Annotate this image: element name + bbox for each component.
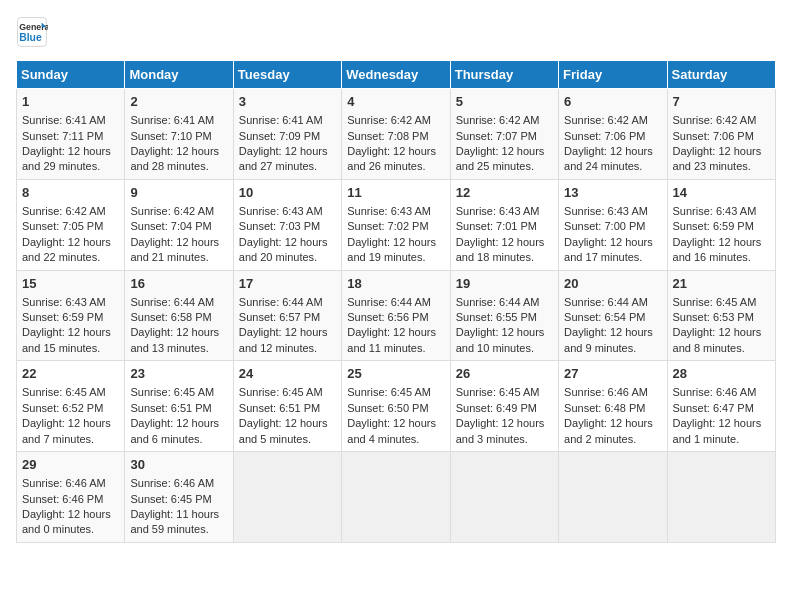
cell-sunrise: Sunrise: 6:42 AM [22, 205, 106, 217]
calendar-cell: 23Sunrise: 6:45 AMSunset: 6:51 PMDayligh… [125, 361, 233, 452]
cell-sunrise: Sunrise: 6:43 AM [456, 205, 540, 217]
calendar-day-header: Monday [125, 61, 233, 89]
calendar-cell: 28Sunrise: 6:46 AMSunset: 6:47 PMDayligh… [667, 361, 775, 452]
cell-daylight: Daylight: 12 hours and 25 minutes. [456, 145, 545, 172]
cell-daylight: Daylight: 12 hours and 16 minutes. [673, 236, 762, 263]
calendar-cell: 22Sunrise: 6:45 AMSunset: 6:52 PMDayligh… [17, 361, 125, 452]
cell-sunrise: Sunrise: 6:45 AM [673, 296, 757, 308]
logo-icon: General Blue [16, 16, 48, 48]
calendar-cell: 7Sunrise: 6:42 AMSunset: 7:06 PMDaylight… [667, 89, 775, 180]
cell-sunrise: Sunrise: 6:43 AM [22, 296, 106, 308]
day-number: 7 [673, 93, 770, 111]
cell-sunrise: Sunrise: 6:43 AM [673, 205, 757, 217]
day-number: 9 [130, 184, 227, 202]
cell-daylight: Daylight: 12 hours and 27 minutes. [239, 145, 328, 172]
day-number: 20 [564, 275, 661, 293]
cell-sunset: Sunset: 7:05 PM [22, 220, 103, 232]
calendar-cell [450, 452, 558, 543]
cell-sunset: Sunset: 7:02 PM [347, 220, 428, 232]
calendar-cell: 9Sunrise: 6:42 AMSunset: 7:04 PMDaylight… [125, 179, 233, 270]
cell-daylight: Daylight: 12 hours and 13 minutes. [130, 326, 219, 353]
cell-sunrise: Sunrise: 6:41 AM [22, 114, 106, 126]
calendar-week-row: 15Sunrise: 6:43 AMSunset: 6:59 PMDayligh… [17, 270, 776, 361]
day-number: 11 [347, 184, 444, 202]
cell-sunrise: Sunrise: 6:41 AM [239, 114, 323, 126]
cell-sunset: Sunset: 6:52 PM [22, 402, 103, 414]
cell-daylight: Daylight: 12 hours and 1 minute. [673, 417, 762, 444]
day-number: 12 [456, 184, 553, 202]
calendar-cell [559, 452, 667, 543]
day-number: 28 [673, 365, 770, 383]
day-number: 2 [130, 93, 227, 111]
cell-daylight: Daylight: 12 hours and 9 minutes. [564, 326, 653, 353]
cell-sunset: Sunset: 6:59 PM [22, 311, 103, 323]
cell-daylight: Daylight: 12 hours and 0 minutes. [22, 508, 111, 535]
cell-daylight: Daylight: 12 hours and 10 minutes. [456, 326, 545, 353]
cell-daylight: Daylight: 12 hours and 17 minutes. [564, 236, 653, 263]
day-number: 14 [673, 184, 770, 202]
day-number: 4 [347, 93, 444, 111]
calendar-day-header: Friday [559, 61, 667, 89]
cell-sunrise: Sunrise: 6:44 AM [347, 296, 431, 308]
calendar-cell: 5Sunrise: 6:42 AMSunset: 7:07 PMDaylight… [450, 89, 558, 180]
calendar-week-row: 1Sunrise: 6:41 AMSunset: 7:11 PMDaylight… [17, 89, 776, 180]
day-number: 8 [22, 184, 119, 202]
calendar-cell: 17Sunrise: 6:44 AMSunset: 6:57 PMDayligh… [233, 270, 341, 361]
cell-sunset: Sunset: 7:03 PM [239, 220, 320, 232]
cell-daylight: Daylight: 11 hours and 59 minutes. [130, 508, 219, 535]
calendar-table: SundayMondayTuesdayWednesdayThursdayFrid… [16, 60, 776, 543]
calendar-cell: 3Sunrise: 6:41 AMSunset: 7:09 PMDaylight… [233, 89, 341, 180]
cell-daylight: Daylight: 12 hours and 4 minutes. [347, 417, 436, 444]
day-number: 29 [22, 456, 119, 474]
cell-sunset: Sunset: 7:07 PM [456, 130, 537, 142]
cell-daylight: Daylight: 12 hours and 22 minutes. [22, 236, 111, 263]
day-number: 21 [673, 275, 770, 293]
calendar-day-header: Sunday [17, 61, 125, 89]
cell-daylight: Daylight: 12 hours and 18 minutes. [456, 236, 545, 263]
cell-sunrise: Sunrise: 6:45 AM [22, 386, 106, 398]
cell-sunset: Sunset: 6:50 PM [347, 402, 428, 414]
day-number: 26 [456, 365, 553, 383]
cell-sunset: Sunset: 7:06 PM [673, 130, 754, 142]
cell-daylight: Daylight: 12 hours and 26 minutes. [347, 145, 436, 172]
cell-sunset: Sunset: 7:09 PM [239, 130, 320, 142]
day-number: 5 [456, 93, 553, 111]
calendar-cell: 4Sunrise: 6:42 AMSunset: 7:08 PMDaylight… [342, 89, 450, 180]
calendar-body: 1Sunrise: 6:41 AMSunset: 7:11 PMDaylight… [17, 89, 776, 543]
calendar-week-row: 8Sunrise: 6:42 AMSunset: 7:05 PMDaylight… [17, 179, 776, 270]
cell-daylight: Daylight: 12 hours and 21 minutes. [130, 236, 219, 263]
cell-sunset: Sunset: 6:57 PM [239, 311, 320, 323]
cell-sunset: Sunset: 7:01 PM [456, 220, 537, 232]
day-number: 10 [239, 184, 336, 202]
day-number: 13 [564, 184, 661, 202]
day-number: 17 [239, 275, 336, 293]
calendar-cell [667, 452, 775, 543]
cell-sunset: Sunset: 6:48 PM [564, 402, 645, 414]
cell-sunrise: Sunrise: 6:42 AM [347, 114, 431, 126]
calendar-cell: 14Sunrise: 6:43 AMSunset: 6:59 PMDayligh… [667, 179, 775, 270]
calendar-cell: 26Sunrise: 6:45 AMSunset: 6:49 PMDayligh… [450, 361, 558, 452]
cell-daylight: Daylight: 12 hours and 28 minutes. [130, 145, 219, 172]
cell-daylight: Daylight: 12 hours and 8 minutes. [673, 326, 762, 353]
cell-daylight: Daylight: 12 hours and 3 minutes. [456, 417, 545, 444]
day-number: 1 [22, 93, 119, 111]
calendar-cell: 18Sunrise: 6:44 AMSunset: 6:56 PMDayligh… [342, 270, 450, 361]
calendar-cell: 20Sunrise: 6:44 AMSunset: 6:54 PMDayligh… [559, 270, 667, 361]
cell-sunrise: Sunrise: 6:45 AM [347, 386, 431, 398]
cell-sunset: Sunset: 6:51 PM [130, 402, 211, 414]
cell-daylight: Daylight: 12 hours and 11 minutes. [347, 326, 436, 353]
day-number: 3 [239, 93, 336, 111]
calendar-cell: 15Sunrise: 6:43 AMSunset: 6:59 PMDayligh… [17, 270, 125, 361]
calendar-cell: 13Sunrise: 6:43 AMSunset: 7:00 PMDayligh… [559, 179, 667, 270]
cell-sunrise: Sunrise: 6:45 AM [239, 386, 323, 398]
cell-daylight: Daylight: 12 hours and 12 minutes. [239, 326, 328, 353]
calendar-cell: 8Sunrise: 6:42 AMSunset: 7:05 PMDaylight… [17, 179, 125, 270]
cell-sunrise: Sunrise: 6:43 AM [239, 205, 323, 217]
calendar-cell: 11Sunrise: 6:43 AMSunset: 7:02 PMDayligh… [342, 179, 450, 270]
cell-sunset: Sunset: 6:46 PM [22, 493, 103, 505]
calendar-cell: 29Sunrise: 6:46 AMSunset: 6:46 PMDayligh… [17, 452, 125, 543]
cell-sunrise: Sunrise: 6:46 AM [22, 477, 106, 489]
day-number: 19 [456, 275, 553, 293]
calendar-cell: 25Sunrise: 6:45 AMSunset: 6:50 PMDayligh… [342, 361, 450, 452]
cell-daylight: Daylight: 12 hours and 2 minutes. [564, 417, 653, 444]
